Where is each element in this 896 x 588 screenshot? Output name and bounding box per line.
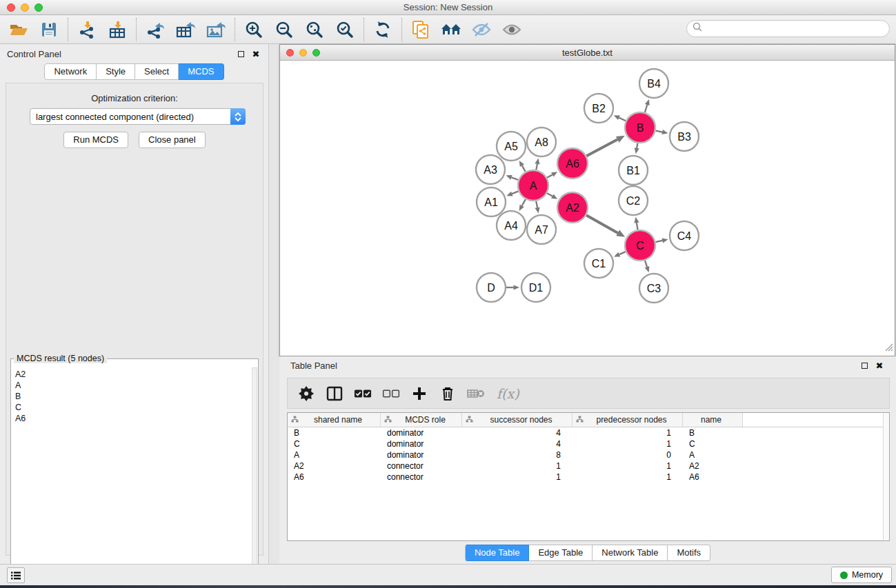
edge-A-A3[interactable]	[511, 177, 518, 180]
node-label-C: C	[636, 240, 644, 252]
mcds-result-title: MCDS result (5 nodes)	[14, 354, 107, 363]
search-field[interactable]	[686, 20, 890, 37]
node-label-A3: A3	[484, 164, 497, 176]
column-header-successor-nodes[interactable]: successor nodes	[462, 413, 573, 427]
settings-gear-icon[interactable]	[297, 383, 315, 404]
memory-button[interactable]: Memory	[831, 567, 892, 583]
equation-builder-fx-icon[interactable]: f(x)	[497, 386, 519, 401]
column-type-icon	[576, 415, 584, 425]
result-scrollbar[interactable]	[252, 367, 257, 588]
edge-B-B1[interactable]	[637, 143, 637, 148]
optimization-criterion-dropdown[interactable]: largest connected component (directed)	[30, 108, 246, 125]
network-graph[interactable]: AA1A2A3A4A5A6A7A8BB1B2B3B4CC1C2C3C4DD1	[280, 61, 895, 356]
edge-C-C4[interactable]	[655, 241, 662, 242]
node-label-B2: B2	[592, 103, 606, 114]
edge-C-C1[interactable]	[619, 252, 626, 254]
node-label-A5: A5	[504, 141, 518, 152]
tab-style[interactable]: Style	[97, 63, 135, 80]
table-cell: dominator	[381, 450, 462, 460]
mcds-result-item[interactable]: A	[15, 380, 251, 391]
edge-A2-C[interactable]	[586, 215, 618, 233]
column-header-MCDS-role[interactable]: MCDS role	[381, 413, 462, 427]
edge-A-A5[interactable]	[522, 165, 526, 172]
float-panel-icon[interactable]	[235, 48, 246, 59]
task-history-icon[interactable]	[7, 567, 25, 583]
zoom-in-icon[interactable]	[241, 18, 266, 41]
hide-selected-icon[interactable]	[469, 18, 494, 41]
mcds-result-list: A2ABCA6	[11, 366, 251, 588]
run-mcds-button[interactable]: Run MCDS	[63, 132, 128, 148]
import-network-icon[interactable]	[74, 18, 99, 41]
show-all-icon[interactable]	[499, 18, 524, 41]
column-header-predecessor-nodes[interactable]: predecessor nodes	[573, 413, 683, 427]
mcds-result-item[interactable]: A6	[15, 413, 251, 424]
tab-network[interactable]: Network	[44, 63, 97, 80]
edge-B-B4[interactable]	[645, 105, 647, 112]
export-network-icon[interactable]	[143, 18, 168, 41]
mcds-result-item[interactable]: A2	[15, 369, 251, 380]
close-panel-button[interactable]: Close panel	[139, 132, 206, 148]
search-input[interactable]	[706, 22, 889, 36]
refresh-view-icon[interactable]	[370, 18, 395, 41]
tab-motifs[interactable]: Motifs	[668, 545, 710, 561]
mcds-result-item[interactable]: C	[15, 402, 251, 413]
tab-mcds[interactable]: MCDS	[179, 63, 223, 80]
edge-C-C3[interactable]	[645, 261, 647, 267]
tab-select[interactable]: Select	[135, 63, 179, 80]
close-panel-icon[interactable]: ✖	[250, 48, 261, 59]
table-row[interactable]: A2connector11A2	[288, 460, 889, 472]
mcds-tab-content: Optimization criterion: largest connecte…	[6, 83, 263, 556]
float-table-panel-icon[interactable]	[859, 361, 870, 372]
column-header-label: successor nodes	[473, 415, 572, 425]
edge-C-C2[interactable]	[637, 223, 638, 230]
network-window-titlebar[interactable]: testGlobe.txt	[280, 45, 895, 61]
network-canvas[interactable]: AA1A2A3A4A5A6A7A8BB1B2B3B4CC1C2C3C4DD1	[280, 61, 895, 356]
zoom-out-icon[interactable]	[272, 18, 297, 41]
edge-A6-B[interactable]	[586, 139, 617, 156]
column-header-shared-name[interactable]: shared name	[288, 413, 381, 427]
edge-A-A7[interactable]	[536, 201, 537, 207]
mcds-result-item[interactable]: B	[15, 391, 251, 402]
memory-label: Memory	[852, 570, 883, 580]
table-row[interactable]: A6connector11A6	[288, 472, 889, 483]
import-table-icon[interactable]	[105, 18, 130, 41]
edge-A-A1[interactable]	[512, 191, 518, 194]
delete-row-trash-icon[interactable]	[439, 383, 457, 404]
resize-grip-icon[interactable]	[884, 342, 893, 354]
select-all-icon[interactable]	[354, 383, 372, 404]
edge-A-A6[interactable]	[547, 174, 552, 177]
export-image-icon[interactable]	[203, 18, 228, 41]
node-label-B1: B1	[626, 165, 640, 176]
search-icon	[693, 22, 703, 35]
edge-B-B3[interactable]	[656, 131, 663, 132]
zoom-fit-icon[interactable]	[302, 18, 327, 41]
tab-network-table[interactable]: Network Table	[593, 545, 668, 561]
close-table-panel-icon[interactable]: ✖	[874, 361, 885, 372]
edge-A-A8[interactable]	[536, 164, 537, 170]
node-label-C3: C3	[647, 283, 661, 294]
column-header-name[interactable]: name	[683, 413, 743, 427]
table-cell: A	[683, 450, 743, 460]
network-snapshot-icon[interactable]	[408, 18, 433, 41]
edge-A-A4[interactable]	[522, 199, 526, 205]
table-row[interactable]: Adominator80A	[288, 449, 889, 460]
edge-A-A2[interactable]	[547, 193, 552, 196]
control-panel: Control Panel ✖ NetworkStyleSelectMCDS O…	[0, 44, 269, 564]
tab-edge-table[interactable]: Edge Table	[529, 545, 593, 561]
open-session-icon[interactable]	[6, 18, 31, 41]
export-table-icon[interactable]	[173, 18, 198, 41]
save-session-icon[interactable]	[37, 18, 61, 41]
zoom-selected-icon[interactable]	[332, 18, 357, 41]
column-type-icon	[466, 415, 473, 425]
tab-node-table[interactable]: Node Table	[465, 545, 530, 561]
show-columns-icon[interactable]	[326, 383, 344, 404]
deselect-all-icon[interactable]	[382, 383, 400, 404]
table-row[interactable]: Bdominator41B	[288, 427, 889, 438]
table-cell: connector	[381, 472, 462, 482]
table-row[interactable]: Cdominator41C	[288, 438, 889, 449]
delete-table-icon[interactable]	[467, 383, 485, 404]
table-scrollbar[interactable]	[883, 413, 889, 540]
edge-B-B2[interactable]	[619, 118, 626, 121]
add-row-icon[interactable]	[410, 383, 428, 404]
first-neighbors-icon[interactable]	[439, 18, 464, 41]
